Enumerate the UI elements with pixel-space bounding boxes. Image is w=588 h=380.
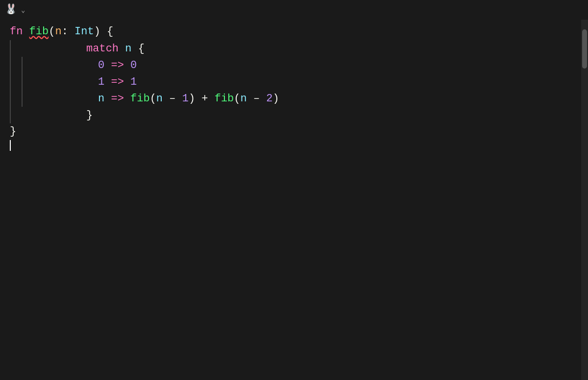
- var-n-pattern: n: [98, 93, 104, 105]
- title-bar: 🐰 ⌄: [0, 0, 588, 20]
- call-paren-1: (: [150, 93, 156, 105]
- indent-guide-2b: [22, 57, 23, 73]
- indent-guide-3b: [22, 73, 23, 90]
- chevron-down-icon[interactable]: ⌄: [21, 6, 25, 14]
- bunny-icon: 🐰: [5, 5, 17, 15]
- arrow-3: =>: [104, 93, 130, 105]
- op-minus-1: –: [163, 93, 182, 105]
- op-minus-2: –: [247, 93, 267, 105]
- code-line-5: n => fib(n – 1) + fib(n – 2): [10, 90, 581, 107]
- brace-open-match: {: [138, 43, 145, 55]
- indent-guide-4a: [10, 90, 11, 107]
- code-line-empty: [10, 140, 581, 157]
- call-paren-close-2: ): [273, 93, 279, 105]
- call-fib-1: fib: [130, 93, 150, 105]
- call-num-1: 1: [182, 93, 189, 105]
- code-line-7: }: [10, 123, 581, 140]
- call-paren-2: (: [234, 93, 240, 105]
- scrollbar-thumb[interactable]: [582, 29, 587, 69]
- indent-guide-5: [10, 107, 11, 123]
- call-n-2: n: [241, 93, 247, 105]
- brace-close-fn: }: [10, 123, 16, 140]
- code-content[interactable]: fn fib(n: Int) { match n { 0 => 0: [0, 20, 581, 380]
- text-cursor: [10, 140, 11, 151]
- code-area[interactable]: fn fib(n: Int) { match n { 0 => 0: [0, 20, 588, 380]
- op-plus: +: [195, 93, 215, 105]
- call-fib-2: fib: [215, 93, 234, 105]
- indent-guide-3a: [10, 73, 11, 90]
- editor-container: 🐰 ⌄ fn fib(n: Int) { match n { 0: [0, 0, 588, 380]
- call-num-2: 2: [266, 93, 272, 105]
- brace-close-match: }: [86, 109, 93, 121]
- call-paren-close-1: ): [189, 93, 195, 105]
- scrollbar-track[interactable]: [581, 20, 588, 380]
- indent-guide-2a: [10, 57, 11, 73]
- indent-guide-1: [10, 40, 11, 57]
- call-n-1: n: [156, 93, 163, 105]
